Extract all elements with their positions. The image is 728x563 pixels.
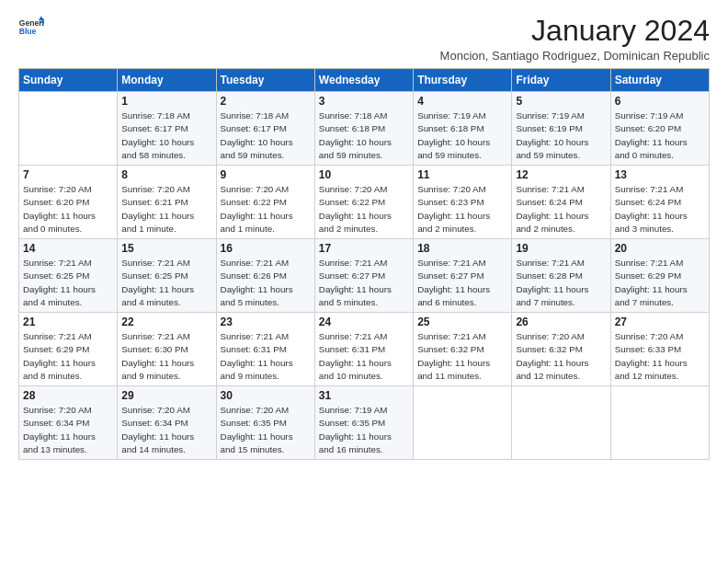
day-number: 27 [615, 316, 705, 328]
day-info: Sunrise: 7:20 AM Sunset: 6:32 PM Dayligh… [516, 330, 606, 383]
day-cell: 7Sunrise: 7:20 AM Sunset: 6:20 PM Daylig… [19, 166, 118, 239]
day-info: Sunrise: 7:21 AM Sunset: 6:27 PM Dayligh… [417, 257, 507, 309]
day-number: 23 [221, 316, 311, 328]
day-info: Sunrise: 7:19 AM Sunset: 6:19 PM Dayligh… [516, 109, 606, 162]
day-info: Sunrise: 7:20 AM Sunset: 6:34 PM Dayligh… [121, 404, 211, 456]
day-number: 21 [23, 316, 113, 328]
day-info: Sunrise: 7:21 AM Sunset: 6:30 PM Dayligh… [121, 330, 211, 383]
day-number: 4 [417, 95, 507, 108]
day-number: 1 [121, 95, 211, 108]
day-cell: 21Sunrise: 7:21 AM Sunset: 6:29 PM Dayli… [19, 313, 118, 386]
day-info: Sunrise: 7:20 AM Sunset: 6:23 PM Dayligh… [417, 183, 507, 236]
day-number: 7 [23, 168, 113, 181]
day-cell: 29Sunrise: 7:20 AM Sunset: 6:34 PM Dayli… [118, 386, 216, 460]
day-cell: 12Sunrise: 7:21 AM Sunset: 6:24 PM Dayli… [512, 166, 610, 239]
location: Moncion, Santiago Rodriguez, Dominican R… [440, 49, 710, 63]
day-cell [19, 92, 118, 166]
day-cell: 13Sunrise: 7:21 AM Sunset: 6:24 PM Dayli… [610, 166, 709, 239]
calendar-table: SundayMondayTuesdayWednesdayThursdayFrid… [18, 68, 710, 460]
day-number: 24 [319, 316, 409, 328]
svg-text:Blue: Blue [19, 27, 37, 36]
day-number: 13 [615, 168, 705, 181]
day-cell: 30Sunrise: 7:20 AM Sunset: 6:35 PM Dayli… [216, 386, 314, 460]
day-cell: 3Sunrise: 7:18 AM Sunset: 6:18 PM Daylig… [314, 92, 413, 166]
day-info: Sunrise: 7:18 AM Sunset: 6:17 PM Dayligh… [121, 109, 211, 162]
header-row: SundayMondayTuesdayWednesdayThursdayFrid… [19, 69, 710, 92]
day-cell: 27Sunrise: 7:20 AM Sunset: 6:33 PM Dayli… [610, 313, 709, 386]
day-cell: 6Sunrise: 7:19 AM Sunset: 6:20 PM Daylig… [610, 92, 709, 166]
header-day-friday: Friday [512, 69, 610, 92]
day-cell: 1Sunrise: 7:18 AM Sunset: 6:17 PM Daylig… [118, 92, 216, 166]
day-cell [414, 386, 512, 460]
title-block: January 2024 Moncion, Santiago Rodriguez… [440, 15, 710, 63]
day-cell: 18Sunrise: 7:21 AM Sunset: 6:27 PM Dayli… [414, 239, 512, 313]
day-number: 9 [221, 168, 311, 181]
day-info: Sunrise: 7:21 AM Sunset: 6:25 PM Dayligh… [121, 257, 211, 309]
day-number: 26 [516, 316, 606, 328]
week-row-2: 7Sunrise: 7:20 AM Sunset: 6:20 PM Daylig… [19, 166, 710, 239]
month-title: January 2024 [440, 15, 710, 47]
day-cell: 2Sunrise: 7:18 AM Sunset: 6:17 PM Daylig… [216, 92, 314, 166]
day-cell: 25Sunrise: 7:21 AM Sunset: 6:32 PM Dayli… [414, 313, 512, 386]
day-info: Sunrise: 7:18 AM Sunset: 6:18 PM Dayligh… [319, 109, 409, 162]
day-number: 10 [319, 168, 409, 181]
day-info: Sunrise: 7:19 AM Sunset: 6:20 PM Dayligh… [615, 109, 705, 162]
day-cell: 4Sunrise: 7:19 AM Sunset: 6:18 PM Daylig… [414, 92, 512, 166]
day-cell: 5Sunrise: 7:19 AM Sunset: 6:19 PM Daylig… [512, 92, 610, 166]
day-cell: 15Sunrise: 7:21 AM Sunset: 6:25 PM Dayli… [118, 239, 216, 313]
day-cell: 19Sunrise: 7:21 AM Sunset: 6:28 PM Dayli… [512, 239, 610, 313]
day-info: Sunrise: 7:21 AM Sunset: 6:26 PM Dayligh… [221, 257, 311, 309]
day-number: 14 [23, 242, 113, 255]
day-info: Sunrise: 7:21 AM Sunset: 6:24 PM Dayligh… [516, 183, 606, 236]
day-cell: 26Sunrise: 7:20 AM Sunset: 6:32 PM Dayli… [512, 313, 610, 386]
day-cell: 10Sunrise: 7:20 AM Sunset: 6:22 PM Dayli… [314, 166, 413, 239]
day-info: Sunrise: 7:21 AM Sunset: 6:24 PM Dayligh… [615, 183, 705, 236]
day-info: Sunrise: 7:19 AM Sunset: 6:18 PM Dayligh… [417, 109, 507, 162]
day-number: 22 [121, 316, 211, 328]
day-info: Sunrise: 7:18 AM Sunset: 6:17 PM Dayligh… [221, 109, 311, 162]
day-cell: 24Sunrise: 7:21 AM Sunset: 6:31 PM Dayli… [314, 313, 413, 386]
day-number: 17 [319, 242, 409, 255]
day-info: Sunrise: 7:20 AM Sunset: 6:35 PM Dayligh… [221, 404, 311, 456]
week-row-4: 21Sunrise: 7:21 AM Sunset: 6:29 PM Dayli… [19, 313, 710, 386]
day-info: Sunrise: 7:20 AM Sunset: 6:34 PM Dayligh… [23, 404, 113, 456]
day-cell: 16Sunrise: 7:21 AM Sunset: 6:26 PM Dayli… [216, 239, 314, 313]
day-info: Sunrise: 7:19 AM Sunset: 6:35 PM Dayligh… [319, 404, 409, 456]
day-number: 8 [121, 168, 211, 181]
logo: General Blue [18, 15, 44, 40]
day-number: 11 [417, 168, 507, 181]
day-number: 16 [221, 242, 311, 255]
day-info: Sunrise: 7:21 AM Sunset: 6:32 PM Dayligh… [417, 330, 507, 383]
header-day-thursday: Thursday [414, 69, 512, 92]
day-info: Sunrise: 7:21 AM Sunset: 6:29 PM Dayligh… [23, 330, 113, 383]
day-number: 3 [319, 95, 409, 108]
day-number: 29 [121, 389, 211, 402]
day-number: 18 [417, 242, 507, 255]
page: General Blue January 2024 Moncion, Santi… [0, 0, 728, 563]
day-info: Sunrise: 7:20 AM Sunset: 6:22 PM Dayligh… [221, 183, 311, 236]
week-row-3: 14Sunrise: 7:21 AM Sunset: 6:25 PM Dayli… [19, 239, 710, 313]
day-cell: 9Sunrise: 7:20 AM Sunset: 6:22 PM Daylig… [216, 166, 314, 239]
day-number: 25 [417, 316, 507, 328]
day-number: 6 [615, 95, 705, 108]
day-info: Sunrise: 7:20 AM Sunset: 6:20 PM Dayligh… [23, 183, 113, 236]
day-number: 19 [516, 242, 606, 255]
day-info: Sunrise: 7:21 AM Sunset: 6:29 PM Dayligh… [615, 257, 705, 309]
week-row-5: 28Sunrise: 7:20 AM Sunset: 6:34 PM Dayli… [19, 386, 710, 460]
day-cell: 8Sunrise: 7:20 AM Sunset: 6:21 PM Daylig… [118, 166, 216, 239]
header-day-tuesday: Tuesday [216, 69, 314, 92]
day-cell: 11Sunrise: 7:20 AM Sunset: 6:23 PM Dayli… [414, 166, 512, 239]
calendar-header: SundayMondayTuesdayWednesdayThursdayFrid… [19, 69, 710, 92]
day-info: Sunrise: 7:21 AM Sunset: 6:28 PM Dayligh… [516, 257, 606, 309]
day-cell: 20Sunrise: 7:21 AM Sunset: 6:29 PM Dayli… [610, 239, 709, 313]
day-info: Sunrise: 7:21 AM Sunset: 6:31 PM Dayligh… [221, 330, 311, 383]
day-cell: 14Sunrise: 7:21 AM Sunset: 6:25 PM Dayli… [19, 239, 118, 313]
header-day-wednesday: Wednesday [314, 69, 413, 92]
day-cell: 31Sunrise: 7:19 AM Sunset: 6:35 PM Dayli… [314, 386, 413, 460]
day-number: 12 [516, 168, 606, 181]
week-row-1: 1Sunrise: 7:18 AM Sunset: 6:17 PM Daylig… [19, 92, 710, 166]
day-info: Sunrise: 7:21 AM Sunset: 6:27 PM Dayligh… [319, 257, 409, 309]
day-info: Sunrise: 7:21 AM Sunset: 6:25 PM Dayligh… [23, 257, 113, 309]
day-cell: 22Sunrise: 7:21 AM Sunset: 6:30 PM Dayli… [118, 313, 216, 386]
day-info: Sunrise: 7:20 AM Sunset: 6:21 PM Dayligh… [121, 183, 211, 236]
